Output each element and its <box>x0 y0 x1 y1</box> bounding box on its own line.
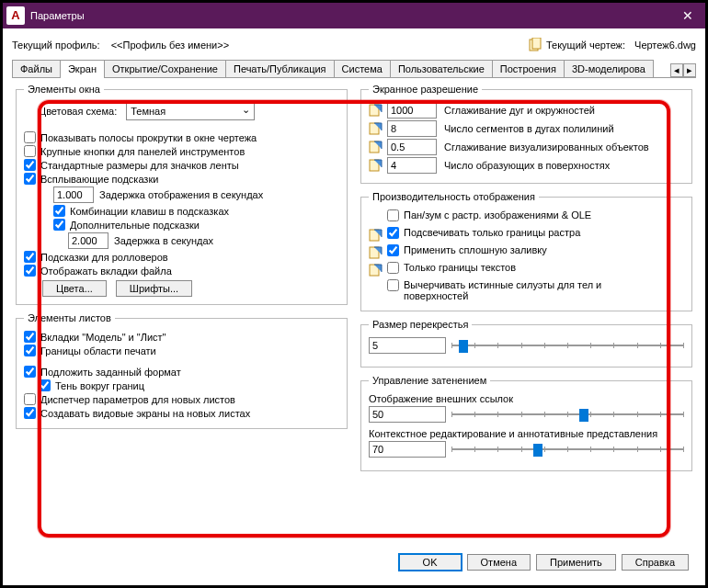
panzoom-label: Пан/зум с растр. изображениями & OLE <box>404 209 591 220</box>
tab-system[interactable]: Система <box>334 60 391 77</box>
segments-label: Число сегментов в дугах полилиний <box>444 123 614 134</box>
help-button[interactable]: Справка <box>622 554 689 571</box>
tab-3d[interactable]: 3D-моделирова <box>564 60 654 77</box>
rollover-checkbox[interactable] <box>24 251 36 263</box>
textframe-label: Только границы текстов <box>404 262 516 273</box>
arc-smoothness-label: Сглаживание дуг и окружностей <box>444 105 595 116</box>
shadow-label: Тень вокруг границ <box>55 380 144 391</box>
tooltip-delay-input[interactable] <box>53 187 94 203</box>
solidfill-label: Применить сплошную заливку <box>404 244 547 255</box>
tabs-bar: Файлы Экран Открытие/Сохранение Печать/П… <box>12 58 696 78</box>
tooltips-label: Всплывающие подсказки <box>40 174 158 185</box>
window-elements-legend: Элементы окна <box>24 84 104 95</box>
apply-button[interactable]: Применить <box>536 554 616 571</box>
fade-group: Управление затенением Отображение внешни… <box>360 375 692 471</box>
xref-fade-input[interactable] <box>369 406 446 423</box>
arc-smoothness-input[interactable] <box>387 102 437 119</box>
tab-drafting[interactable]: Построения <box>492 60 565 77</box>
color-scheme-label: Цветовая схема: <box>39 106 117 117</box>
xref-fade-slider[interactable] <box>451 406 684 423</box>
dwg-icon <box>369 228 383 243</box>
edit-fade-input[interactable] <box>369 441 446 458</box>
viewports-checkbox[interactable] <box>24 407 36 419</box>
window-elements-group: Элементы окна Цветовая схема: Темная Пок… <box>16 84 348 305</box>
viewports-label: Создавать видовые экраны на новых листах <box>40 408 250 419</box>
std-ribbon-checkbox[interactable] <box>24 159 36 171</box>
dwg-icon <box>369 245 383 260</box>
paper-bg-label: Подложить заданный формат <box>40 367 181 378</box>
edit-fade-slider[interactable] <box>451 441 684 458</box>
segments-input[interactable] <box>387 120 437 137</box>
colors-button[interactable]: Цвета... <box>42 280 107 297</box>
surface-input[interactable] <box>387 157 437 174</box>
ok-button[interactable]: OK <box>399 554 462 571</box>
std-ribbon-label: Стандартные размеры для значков ленты <box>40 160 239 171</box>
current-drawing-value: Чертеж6.dwg <box>634 40 696 51</box>
tab-user[interactable]: Пользовательские <box>390 60 493 77</box>
rollover-label: Подсказки для ролловеров <box>40 252 168 263</box>
dwg-icon <box>369 140 383 154</box>
fonts-button[interactable]: Шрифты... <box>116 280 192 297</box>
current-drawing-label: Текущий чертеж: <box>546 40 625 51</box>
pagesetup-checkbox[interactable] <box>24 393 36 405</box>
highlight-label: Подсвечивать только границы растра <box>404 227 580 238</box>
tooltip-delay2-label: Задержка в секундах <box>114 235 213 246</box>
drawing-file-icon <box>528 38 542 52</box>
tab-files[interactable]: Файлы <box>12 60 61 77</box>
filetabs-checkbox[interactable] <box>24 265 36 277</box>
xref-fade-label: Отображение внешних ссылок <box>369 393 684 404</box>
tooltip-delay-label: Задержка отображения в секундах <box>99 189 263 200</box>
tabs-scroll-left-icon[interactable]: ◂ <box>670 63 683 77</box>
dwg-icon <box>369 263 383 277</box>
scrollbars-label: Показывать полосы прокрутки в окне черте… <box>40 132 257 143</box>
plot-borders-checkbox[interactable] <box>24 345 36 356</box>
tab-open-save[interactable]: Открытие/Сохранение <box>104 60 226 77</box>
crosshair-input[interactable] <box>369 337 446 354</box>
profile-bar: Текущий профиль: <<Профиль без имени>> Т… <box>12 38 696 52</box>
svg-rect-1 <box>532 38 541 49</box>
layout-elements-group: Элементы листов Вкладки "Модель" и "Лист… <box>16 312 348 429</box>
filetabs-label: Отображать вкладки файла <box>40 266 172 277</box>
app-logo-icon: A <box>6 6 25 25</box>
render-smoothness-label: Сглаживание визуализированных объектов <box>444 141 649 153</box>
highlight-checkbox[interactable] <box>387 227 399 239</box>
silhouette-checkbox[interactable] <box>387 279 399 291</box>
model-layout-label: Вкладки "Модель" и "Лист" <box>40 332 166 343</box>
tab-display[interactable]: Экран <box>60 60 105 78</box>
performance-legend: Производительность отображения <box>369 191 539 202</box>
dialog-button-bar: OK Отмена Применить Справка <box>399 554 689 571</box>
tooltips-checkbox[interactable] <box>24 173 36 185</box>
edit-fade-label: Контекстное редактирование и аннотативны… <box>369 428 684 439</box>
big-buttons-checkbox[interactable] <box>24 145 36 157</box>
plot-borders-label: Границы области печати <box>40 345 156 356</box>
surface-label: Число образующих в поверхностях <box>444 160 610 171</box>
crosshair-legend: Размер перекрестья <box>369 319 472 330</box>
tooltip-keys-checkbox[interactable] <box>53 205 65 217</box>
tab-plot[interactable]: Печать/Публикация <box>225 60 335 77</box>
render-smoothness-input[interactable] <box>387 139 437 155</box>
layout-elements-legend: Элементы листов <box>24 312 115 323</box>
tooltip-delay2-input[interactable] <box>68 232 108 249</box>
current-profile-value: <<Профиль без имени>> <box>111 40 229 51</box>
crosshair-slider[interactable] <box>451 337 684 354</box>
crosshair-group: Размер перекрестья <box>360 319 692 368</box>
color-scheme-combo[interactable]: Темная <box>126 102 255 120</box>
cancel-button[interactable]: Отмена <box>467 554 531 571</box>
scrollbars-checkbox[interactable] <box>24 131 36 143</box>
close-icon[interactable]: ✕ <box>674 8 702 23</box>
current-profile-label: Текущий профиль: <box>12 40 100 51</box>
paper-bg-checkbox[interactable] <box>24 366 36 378</box>
solidfill-checkbox[interactable] <box>387 244 399 256</box>
shadow-checkbox[interactable] <box>39 379 51 391</box>
silhouette-label: Вычерчивать истинные силуэты для тел и п… <box>404 279 624 301</box>
big-buttons-label: Крупные кнопки для панелей инструментов <box>40 146 245 157</box>
panzoom-checkbox[interactable] <box>387 209 399 221</box>
model-layout-checkbox[interactable] <box>24 331 36 343</box>
tooltip-extra-checkbox[interactable] <box>53 219 65 231</box>
tooltip-keys-label: Комбинации клавиш в подсказках <box>70 206 229 217</box>
tabs-scroll-right-icon[interactable]: ▸ <box>683 63 696 77</box>
resolution-legend: Экранное разрешение <box>369 84 482 95</box>
textframe-checkbox[interactable] <box>387 262 399 274</box>
dwg-icon <box>369 158 383 173</box>
dwg-icon <box>369 103 383 118</box>
